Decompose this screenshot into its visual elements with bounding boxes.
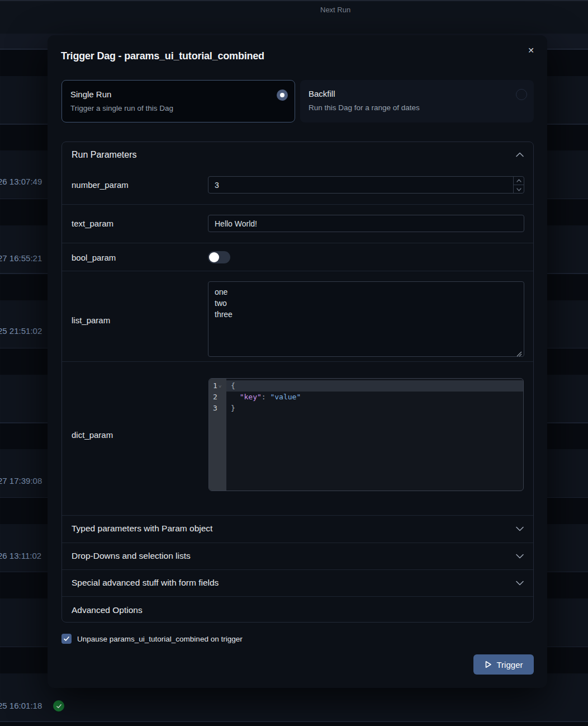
fold-chevron-icon[interactable]: ˅ — [219, 381, 221, 392]
backfill-radio[interactable] — [516, 89, 527, 100]
text-param-label: text_param — [72, 219, 113, 228]
chevron-down-icon[interactable] — [516, 554, 524, 559]
trigger-button[interactable]: Trigger — [473, 654, 534, 675]
number-stepper — [513, 176, 524, 194]
modal-title: Trigger Dag - params_ui_tutorial_combine… — [61, 50, 264, 62]
code-line-1: { — [226, 380, 523, 392]
list-param-textarea[interactable]: one two three — [208, 281, 524, 357]
app-window: Next Run 26 13:07:49 27 16:55:21 25 21:5… — [0, 0, 588, 726]
bool-param-toggle[interactable] — [208, 251, 230, 263]
chevron-down-icon[interactable] — [516, 526, 524, 531]
dict-param-code-editor[interactable]: 1 ˅ 2 3 { "key": "value" } — [208, 378, 524, 491]
backfill-description: Run this Dag for a range of dates — [309, 103, 420, 112]
parameters-panel: Run Parameters number_param text_param — [61, 142, 534, 623]
number-param-field-wrap — [208, 176, 524, 194]
single-run-radio[interactable] — [277, 89, 288, 101]
editor-code-area[interactable]: { "key": "value" } — [226, 380, 523, 414]
code-line-3: } — [226, 403, 523, 414]
run-timestamp-link[interactable]: 25 16:01:18 — [0, 701, 42, 710]
chevron-down-icon[interactable] — [516, 581, 524, 586]
stepper-up-button[interactable] — [514, 176, 524, 185]
number-param-label: number_param — [72, 180, 129, 190]
single-run-description: Trigger a single run of this Dag — [70, 104, 173, 112]
field-divider — [62, 271, 533, 271]
run-parameters-section-header[interactable]: Run Parameters — [72, 150, 137, 160]
dict-param-label: dict_param — [72, 430, 113, 440]
run-timestamp-link[interactable]: 26 13:11:02 — [0, 551, 41, 560]
trigger-button-label: Trigger — [497, 660, 523, 670]
field-divider — [62, 243, 533, 243]
backfill-option-card[interactable]: Backfill Run this Dag for a range of dat… — [300, 80, 534, 122]
single-run-title: Single Run — [70, 89, 111, 99]
chevron-up-icon[interactable] — [516, 152, 524, 157]
close-icon[interactable]: ✕ — [525, 44, 537, 56]
single-run-option-card[interactable]: Single Run Trigger a single run of this … — [61, 80, 295, 122]
text-param-input[interactable] — [208, 215, 524, 232]
field-divider — [62, 204, 533, 205]
backfill-title: Backfill — [309, 89, 335, 98]
run-timestamp-link[interactable]: 27 17:39:08 — [0, 476, 42, 485]
success-check-icon[interactable] — [53, 700, 64, 711]
dropdowns-section-header[interactable]: Drop-Downs and selection lists — [72, 551, 191, 561]
line-number: 2 — [209, 392, 226, 403]
trigger-dag-modal: ✕ Trigger Dag - params_ui_tutorial_combi… — [48, 35, 547, 688]
bool-param-label: bool_param — [72, 253, 116, 262]
run-timestamp-link[interactable]: 25 21:51:02 — [0, 326, 42, 336]
run-timestamp-link[interactable]: 27 16:55:21 — [0, 253, 42, 263]
advanced-options-section-header[interactable]: Advanced Options — [72, 605, 143, 615]
field-divider — [62, 361, 533, 362]
special-advanced-section-header[interactable]: Special advanced stuff with form fields — [72, 578, 219, 588]
line-number: 3 — [209, 403, 226, 414]
editor-gutter: 1 ˅ 2 3 — [209, 379, 226, 491]
unpause-checkbox[interactable] — [61, 634, 72, 644]
code-line-2: "key": "value" — [226, 392, 523, 403]
list-param-label: list_param — [72, 315, 110, 325]
unpause-checkbox-label: Unpause params_ui_tutorial_combined on t… — [77, 635, 243, 643]
run-timestamp-link[interactable]: 26 13:07:49 — [0, 177, 42, 186]
play-icon — [485, 661, 492, 668]
typed-parameters-section-header[interactable]: Typed parameters with Param object — [72, 524, 212, 534]
number-param-input[interactable] — [208, 176, 524, 194]
dags-table-header — [0, 0, 588, 35]
next-run-column-header: Next Run — [320, 6, 350, 14]
stepper-down-button[interactable] — [514, 185, 524, 194]
line-number: 1 ˅ — [209, 380, 226, 392]
